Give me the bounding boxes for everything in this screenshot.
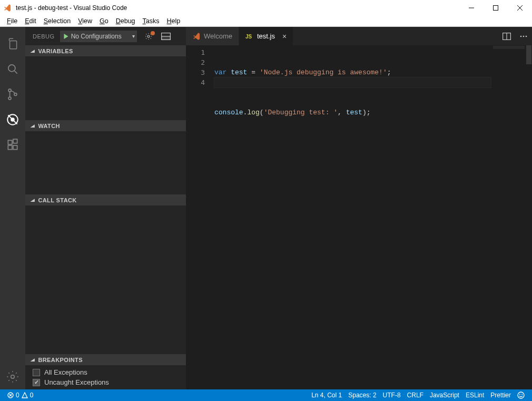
status-eol[interactable]: CRLF bbox=[404, 392, 427, 399]
editor-gutter: 1 2 3 4 bbox=[186, 45, 214, 389]
panel-variables-body bbox=[25, 56, 186, 120]
checkbox-checked-icon[interactable]: ✓ bbox=[33, 379, 40, 386]
error-icon bbox=[7, 392, 14, 398]
menu-selection[interactable]: Selection bbox=[40, 16, 74, 26]
code-string: 'Node.js debugging is awesome!' bbox=[260, 69, 387, 76]
tab-welcome[interactable]: Welcome bbox=[186, 27, 239, 45]
editor-group: Welcome JS test.js × 1 2 3 4 bbox=[186, 27, 532, 389]
code-punct: ) bbox=[362, 109, 367, 116]
status-problems[interactable]: 0 0 bbox=[4, 392, 36, 399]
menu-debug[interactable]: Debug bbox=[112, 16, 139, 26]
window-close-button[interactable] bbox=[508, 0, 532, 16]
breakpoint-label: Uncaught Exceptions bbox=[44, 378, 109, 386]
code-punct: ( bbox=[260, 109, 264, 116]
line-number: 4 bbox=[186, 77, 214, 87]
window-minimize-button[interactable] bbox=[459, 0, 484, 16]
status-indent[interactable]: Spaces: 2 bbox=[345, 392, 379, 399]
line-number: 3 bbox=[186, 67, 214, 77]
svg-point-26 bbox=[526, 35, 527, 37]
vscode-logo-icon bbox=[3, 3, 13, 13]
svg-point-30 bbox=[518, 392, 524, 398]
svg-point-17 bbox=[147, 35, 150, 37]
code-punct: ; bbox=[387, 69, 391, 76]
breakpoint-label: All Exceptions bbox=[44, 368, 87, 376]
code-function: log bbox=[247, 109, 259, 116]
svg-rect-14 bbox=[13, 145, 17, 150]
js-file-icon: JS bbox=[245, 32, 254, 41]
panel-breakpoints-header[interactable]: ◢ BREAKPOINTS bbox=[25, 354, 186, 365]
breakpoint-all-exceptions[interactable]: All Exceptions bbox=[25, 367, 186, 377]
debug-header: DEBUG No Configurations ▾ bbox=[25, 27, 186, 45]
tab-testjs[interactable]: JS test.js × bbox=[239, 27, 293, 45]
tab-label: test.js bbox=[257, 32, 275, 40]
menu-edit[interactable]: Edit bbox=[21, 16, 40, 26]
code-punct: , bbox=[338, 109, 346, 116]
activity-extensions-icon[interactable] bbox=[0, 132, 25, 158]
tab-label: Welcome bbox=[204, 32, 232, 40]
chevron-down-icon: ◢ bbox=[31, 124, 35, 128]
svg-point-11 bbox=[11, 118, 15, 122]
panel-breakpoints-label: BREAKPOINTS bbox=[38, 357, 82, 363]
svg-point-6 bbox=[8, 89, 11, 92]
debug-configure-icon[interactable] bbox=[144, 32, 153, 41]
svg-point-7 bbox=[8, 97, 11, 100]
status-feedback-icon[interactable] bbox=[514, 392, 528, 399]
warning-count: 0 bbox=[30, 392, 34, 399]
menu-view[interactable]: View bbox=[74, 16, 96, 26]
window-title: test.js - debug-test - Visual Studio Cod… bbox=[16, 4, 127, 12]
vscode-logo-icon bbox=[192, 32, 201, 41]
panel-watch-label: WATCH bbox=[38, 123, 60, 129]
svg-point-16 bbox=[11, 375, 15, 379]
editor-code[interactable]: var test = 'Node.js debugging is awesome… bbox=[214, 45, 532, 389]
svg-rect-19 bbox=[161, 36, 170, 40]
menu-go[interactable]: Go bbox=[96, 16, 112, 26]
config-badge-icon bbox=[151, 31, 155, 35]
checkbox-unchecked-icon[interactable] bbox=[33, 369, 40, 376]
split-editor-icon[interactable] bbox=[498, 27, 515, 45]
activity-explorer-icon[interactable] bbox=[0, 31, 25, 56]
panel-variables-header[interactable]: ◢ VARIABLES bbox=[25, 45, 186, 56]
code-keyword: var bbox=[214, 69, 226, 76]
code-object: console bbox=[214, 109, 243, 116]
code-identifier: test bbox=[346, 109, 362, 116]
error-count: 0 bbox=[16, 392, 19, 399]
status-bar: 0 0 Ln 4, Col 1 Spaces: 2 UTF-8 CRLF Jav… bbox=[0, 389, 532, 401]
menu-help[interactable]: Help bbox=[163, 16, 184, 26]
more-actions-icon[interactable] bbox=[515, 27, 532, 45]
editor-tabs: Welcome JS test.js × bbox=[186, 27, 532, 45]
debug-config-selector[interactable]: No Configurations ▾ bbox=[60, 31, 137, 42]
status-encoding[interactable]: UTF-8 bbox=[380, 392, 404, 399]
panel-watch-body bbox=[25, 131, 186, 194]
line-number: 1 bbox=[186, 47, 214, 57]
status-prettier[interactable]: Prettier bbox=[487, 392, 514, 399]
chevron-down-icon: ◢ bbox=[31, 198, 35, 202]
debug-console-icon[interactable] bbox=[161, 33, 171, 40]
status-eslint[interactable]: ESLint bbox=[462, 392, 487, 399]
close-icon[interactable]: × bbox=[282, 32, 287, 41]
editor-scrollbar[interactable] bbox=[526, 45, 532, 389]
editor-body[interactable]: 1 2 3 4 var test = 'Node.js debugging is… bbox=[186, 45, 532, 389]
warning-icon bbox=[22, 392, 28, 398]
debug-start-icon[interactable] bbox=[63, 33, 69, 40]
current-line-highlight bbox=[214, 77, 491, 87]
window-maximize-button[interactable] bbox=[484, 0, 508, 16]
minimap[interactable] bbox=[493, 46, 525, 49]
svg-point-31 bbox=[519, 394, 520, 395]
debug-title: DEBUG bbox=[33, 33, 55, 40]
status-language[interactable]: JavaScript bbox=[427, 392, 462, 399]
activity-settings-icon[interactable] bbox=[0, 364, 25, 389]
panel-watch-header[interactable]: ◢ WATCH bbox=[25, 120, 186, 131]
status-cursor-position[interactable]: Ln 4, Col 1 bbox=[308, 392, 345, 399]
activity-debug-icon[interactable] bbox=[0, 107, 25, 132]
breakpoint-uncaught-exceptions[interactable]: ✓ Uncaught Exceptions bbox=[25, 377, 186, 387]
code-operator: = bbox=[247, 69, 259, 76]
activity-scm-icon[interactable] bbox=[0, 82, 25, 107]
menu-tasks[interactable]: Tasks bbox=[139, 16, 163, 26]
panel-callstack-header[interactable]: ◢ CALL STACK bbox=[25, 194, 186, 206]
menu-file[interactable]: File bbox=[3, 16, 21, 26]
code-string: 'Debugging test: ' bbox=[264, 109, 338, 116]
chevron-down-icon: ▾ bbox=[132, 33, 135, 39]
activity-search-icon[interactable] bbox=[0, 56, 25, 82]
chevron-down-icon: ◢ bbox=[31, 358, 35, 362]
svg-point-24 bbox=[520, 35, 522, 37]
